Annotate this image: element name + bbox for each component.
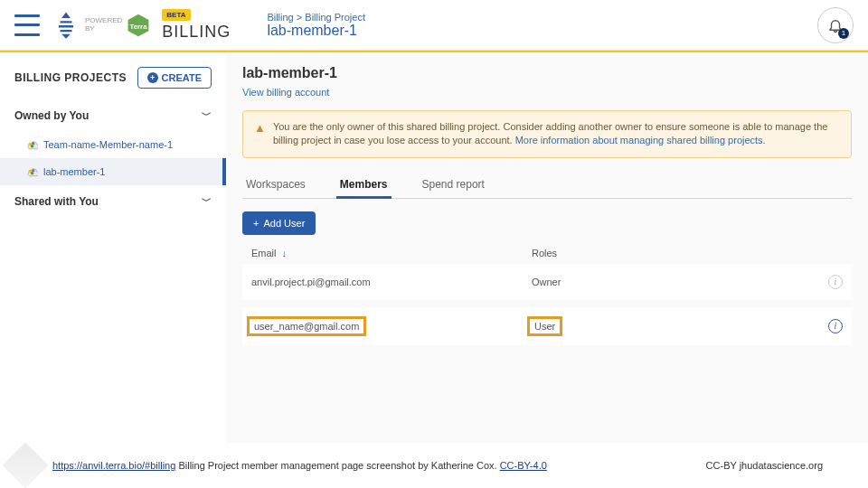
member-role: User: [527, 316, 562, 336]
member-email: user_name@gmail.com: [247, 316, 366, 336]
page-title: lab-member-1: [242, 65, 852, 81]
gcp-icon: [25, 165, 38, 178]
warning-banner: ▲ You are the only owner of this shared …: [242, 110, 852, 158]
notifications-button[interactable]: 1: [817, 7, 854, 43]
gcp-icon: [25, 138, 38, 151]
menu-toggle-icon[interactable]: [14, 14, 40, 36]
notification-count: 1: [838, 28, 849, 39]
watermark-icon: [3, 443, 49, 488]
breadcrumb-separator: >: [297, 12, 302, 23]
breadcrumb: Billing > Billing Project: [267, 12, 365, 23]
sidebar-section-shared[interactable]: Shared with You ﹀: [0, 185, 226, 217]
app-header: POWERED BY Terra BETA BILLING Billing > …: [0, 0, 868, 51]
chevron-down-icon: ﹀: [202, 108, 212, 122]
chevron-down-icon: ﹀: [202, 194, 212, 208]
breadcrumb-billing-link[interactable]: Billing: [267, 12, 293, 23]
powered-by-label: POWERED BY: [85, 17, 122, 33]
members-table-header: Email ↓ Roles: [242, 248, 852, 264]
anvil-logo-icon: [54, 10, 78, 41]
create-button-label: CREATE: [162, 72, 202, 83]
info-icon[interactable]: i: [828, 275, 843, 289]
view-billing-account-link[interactable]: View billing account: [242, 87, 329, 98]
member-role: Owner: [532, 277, 561, 287]
footer-source-link[interactable]: https://anvil.terra.bio/#billing: [52, 460, 175, 471]
terra-logo-icon: Terra: [126, 13, 151, 38]
warning-more-info-link[interactable]: More information about managing shared b…: [515, 135, 766, 145]
sort-descending-icon: ↓: [282, 248, 288, 258]
sidebar-title: BILLING PROJECTS: [14, 71, 127, 84]
billing-wordmark: BILLING: [162, 23, 231, 42]
beta-badge: BETA: [162, 9, 190, 21]
billing-brand: BETA BILLING: [162, 9, 231, 42]
tab-spend-report[interactable]: Spend report: [419, 173, 488, 198]
owned-label: Owned by You: [14, 109, 89, 122]
current-project-name: lab-member-1: [267, 23, 365, 39]
sidebar-section-owned[interactable]: Owned by You ﹀: [0, 99, 226, 131]
member-email: anvil.project.pi@gmail.com: [251, 277, 371, 287]
footer-license-link[interactable]: CC-BY-4.0: [500, 460, 547, 471]
warning-icon: ▲: [254, 120, 266, 148]
sidebar: BILLING PROJECTS + CREATE Owned by You ﹀…: [0, 52, 226, 443]
tabs: Workspaces Members Spend report: [242, 173, 852, 199]
svg-point-7: [31, 172, 34, 175]
plus-icon: +: [147, 72, 158, 83]
tab-workspaces[interactable]: Workspaces: [242, 173, 309, 198]
sidebar-project-item[interactable]: Team-name-Member-name-1: [0, 131, 226, 158]
sidebar-project-item-active[interactable]: lab-member-1: [0, 158, 226, 185]
footer-attribution: CC-BY jhudatascience.org: [706, 460, 823, 471]
add-user-label: Add User: [263, 218, 305, 229]
breadcrumb-block: Billing > Billing Project lab-member-1: [267, 12, 365, 39]
create-project-button[interactable]: + CREATE: [137, 67, 212, 89]
add-user-button[interactable]: + Add User: [242, 211, 316, 235]
tab-members[interactable]: Members: [336, 173, 392, 199]
member-row: anvil.project.pi@gmail.com Owner i: [242, 264, 852, 300]
svg-text:Terra: Terra: [130, 22, 148, 30]
col-email-header[interactable]: Email ↓: [251, 248, 532, 258]
info-icon[interactable]: i: [828, 319, 843, 333]
footer-text: Billing Project member management page s…: [175, 460, 499, 471]
svg-point-4: [31, 145, 34, 148]
attribution-footer: https://anvil.terra.bio/#billing Billing…: [0, 443, 868, 488]
project-name: Team-name-Member-name-1: [43, 139, 173, 150]
main-content: lab-member-1 View billing account ▲ You …: [226, 52, 868, 443]
project-name: lab-member-1: [43, 166, 105, 177]
plus-icon: +: [253, 218, 259, 229]
breadcrumb-current: Billing Project: [305, 12, 365, 23]
col-roles-header[interactable]: Roles: [532, 248, 843, 258]
member-row-highlighted: user_name@gmail.com User i: [242, 307, 852, 345]
body: BILLING PROJECTS + CREATE Owned by You ﹀…: [0, 52, 868, 443]
shared-label: Shared with You: [14, 195, 99, 208]
